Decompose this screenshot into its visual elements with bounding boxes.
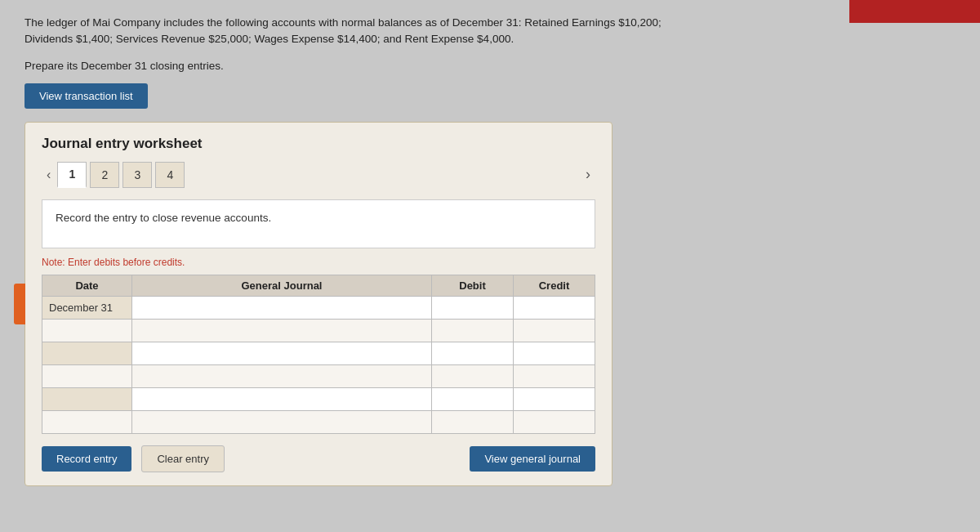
instruction-box: Record the entry to close revenue accoun… bbox=[42, 199, 595, 248]
debit-input-3[interactable] bbox=[432, 342, 513, 364]
date-cell-2 bbox=[42, 319, 132, 342]
col-header-date: Date bbox=[42, 275, 132, 296]
debit-input-4[interactable] bbox=[432, 365, 513, 387]
worksheet-title: Journal entry worksheet bbox=[42, 136, 595, 152]
debit-input-5[interactable] bbox=[432, 388, 513, 410]
gj-input-2[interactable] bbox=[132, 320, 431, 342]
gj-input-1[interactable] bbox=[132, 297, 431, 319]
view-transaction-button[interactable]: View transaction list bbox=[24, 83, 148, 109]
tab-nav: ‹ 1 2 3 4 › bbox=[42, 162, 595, 188]
debit-cell-1[interactable] bbox=[432, 296, 514, 319]
left-tab-indicator bbox=[14, 284, 25, 324]
debit-cell-2[interactable] bbox=[432, 319, 514, 342]
instruction-text: Record the entry to close revenue accoun… bbox=[56, 212, 271, 224]
prepare-text: Prepare its December 31 closing entries. bbox=[24, 60, 956, 72]
credit-input-3[interactable] bbox=[514, 342, 595, 364]
debit-input-2[interactable] bbox=[432, 320, 513, 342]
bottom-actions: Record entry Clear entry View general jo… bbox=[42, 445, 595, 472]
credit-input-5[interactable] bbox=[514, 388, 595, 410]
table-row bbox=[42, 387, 595, 410]
date-cell-5 bbox=[42, 387, 132, 410]
tab-3[interactable]: 3 bbox=[122, 162, 152, 188]
gj-input-6[interactable] bbox=[132, 411, 431, 433]
gj-cell-3[interactable] bbox=[132, 342, 432, 364]
clear-entry-button[interactable]: Clear entry bbox=[141, 445, 225, 472]
credit-input-6[interactable] bbox=[514, 411, 595, 433]
table-row bbox=[42, 364, 595, 387]
journal-table: Date General Journal Debit Credit Decemb… bbox=[42, 275, 595, 434]
col-header-gj: General Journal bbox=[132, 275, 432, 296]
date-cell-3 bbox=[42, 342, 132, 364]
credit-input-4[interactable] bbox=[514, 365, 595, 387]
worksheet-panel: Journal entry worksheet ‹ 1 2 3 4 › Reco… bbox=[24, 122, 612, 486]
credit-cell-1[interactable] bbox=[514, 296, 595, 319]
tab-2[interactable]: 2 bbox=[90, 162, 119, 188]
tab-1[interactable]: 1 bbox=[57, 162, 87, 188]
table-row bbox=[42, 410, 595, 433]
credit-cell-6[interactable] bbox=[514, 410, 595, 433]
credit-cell-3[interactable] bbox=[514, 342, 595, 364]
col-header-credit: Credit bbox=[514, 275, 595, 296]
record-entry-button[interactable]: Record entry bbox=[42, 446, 131, 472]
col-header-debit: Debit bbox=[432, 275, 514, 296]
note-text: Note: Enter debits before credits. bbox=[42, 257, 595, 268]
debit-cell-3[interactable] bbox=[432, 342, 514, 364]
debit-cell-6[interactable] bbox=[432, 410, 514, 433]
view-general-journal-button[interactable]: View general journal bbox=[470, 446, 595, 472]
table-row: December 31 bbox=[42, 296, 595, 319]
gj-input-3[interactable] bbox=[132, 342, 431, 364]
debit-cell-4[interactable] bbox=[432, 364, 514, 387]
tab-next-arrow[interactable]: › bbox=[581, 164, 595, 185]
gj-cell-1[interactable] bbox=[132, 296, 432, 319]
description-line1: The ledger of Mai Company includes the f… bbox=[24, 15, 694, 48]
gj-cell-2[interactable] bbox=[132, 319, 432, 342]
tab-prev-arrow[interactable]: ‹ bbox=[42, 166, 56, 184]
tab-4[interactable]: 4 bbox=[155, 162, 185, 188]
date-cell-4 bbox=[42, 364, 132, 387]
gj-input-5[interactable] bbox=[132, 388, 431, 410]
date-cell-6 bbox=[42, 410, 132, 433]
table-row bbox=[42, 342, 595, 364]
credit-cell-2[interactable] bbox=[514, 319, 595, 342]
gj-cell-5[interactable] bbox=[132, 387, 432, 410]
gj-cell-4[interactable] bbox=[132, 364, 432, 387]
gj-cell-6[interactable] bbox=[132, 410, 432, 433]
date-cell-1: December 31 bbox=[42, 296, 132, 319]
credit-cell-4[interactable] bbox=[514, 364, 595, 387]
table-row bbox=[42, 319, 595, 342]
debit-input-1[interactable] bbox=[432, 297, 513, 319]
credit-input-2[interactable] bbox=[514, 320, 595, 342]
credit-input-1[interactable] bbox=[514, 297, 595, 319]
debit-input-6[interactable] bbox=[432, 411, 513, 433]
gj-input-4[interactable] bbox=[132, 365, 431, 387]
debit-cell-5[interactable] bbox=[432, 387, 514, 410]
main-content: The ledger of Mai Company includes the f… bbox=[0, 0, 980, 532]
credit-cell-5[interactable] bbox=[514, 387, 595, 410]
